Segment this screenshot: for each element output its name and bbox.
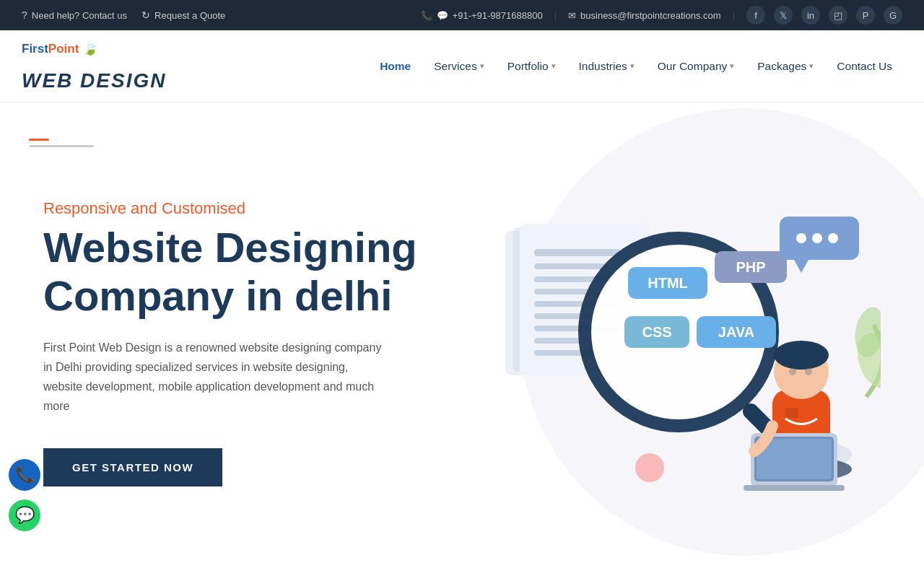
svg-point-33 [789, 368, 796, 375]
nav-portfolio[interactable]: Portfolio ▾ [497, 54, 566, 79]
svg-rect-4 [534, 263, 606, 269]
svg-point-25 [812, 233, 822, 243]
svg-text:CSS: CSS [642, 324, 671, 340]
logo-bottom-text: WEB DESIGN [22, 69, 166, 92]
help-link[interactable]: ? Need help? Contact us [22, 9, 127, 21]
get-started-button[interactable]: GET STARTED NOW [43, 448, 222, 486]
hero-content: Responsive and Customised Website Design… [43, 178, 417, 486]
header: FirstPoint 🍃 WEB DESIGN Home Services ▾ … [0, 30, 924, 102]
svg-rect-35 [785, 408, 798, 418]
chevron-down-icon: ▾ [480, 61, 484, 71]
svg-point-32 [774, 341, 829, 370]
hero-illustration: HTML PHP CSS JAVA [462, 144, 881, 520]
instagram-icon[interactable]: ◰ [829, 6, 847, 25]
email-address: business@firstpointcreations.com [580, 10, 721, 21]
chevron-down-icon: ▾ [809, 61, 814, 71]
svg-point-26 [828, 233, 838, 243]
svg-point-34 [805, 368, 812, 375]
svg-text:PHP: PHP [736, 259, 765, 275]
social-icons: f 𝕏 in ◰ P G [746, 6, 902, 25]
twitter-icon[interactable]: 𝕏 [774, 6, 793, 25]
hero-svg: HTML PHP CSS JAVA [462, 144, 881, 520]
nav-packages[interactable]: Packages ▾ [747, 54, 824, 79]
main-nav: Home Services ▾ Portfolio ▾ Industries ▾… [370, 54, 902, 79]
svg-rect-3 [534, 249, 621, 256]
phone-icon: 📞 [421, 10, 432, 21]
svg-point-41 [851, 305, 881, 359]
logo[interactable]: FirstPoint 🍃 WEB DESIGN [22, 40, 166, 92]
phone-icon: 📞 [15, 466, 35, 484]
svg-text:JAVA: JAVA [718, 324, 754, 340]
email-icon: ✉ [568, 10, 576, 21]
float-whatsapp-button[interactable]: 💬 [9, 499, 40, 531]
svg-text:HTML: HTML [648, 275, 688, 291]
topbar: ? Need help? Contact us ↻ Request a Quot… [0, 0, 924, 30]
nav-contact-us[interactable]: Contact Us [827, 54, 902, 79]
chevron-down-icon: ▾ [730, 61, 734, 71]
divider: | [554, 10, 557, 21]
whatsapp-icon: 💬 [15, 506, 35, 525]
whatsapp-icon: 💬 [437, 10, 448, 21]
hero-section: Responsive and Customised Website Design… [0, 102, 924, 562]
divider2: | [733, 10, 735, 21]
phone-number: +91-+91-9871688800 [453, 10, 543, 21]
logo-top-text: FirstPoint 🍃 [22, 40, 166, 56]
nav-our-company[interactable]: Our Company ▾ [648, 54, 744, 79]
google-icon[interactable]: G [884, 6, 902, 25]
chevron-down-icon: ▾ [552, 61, 556, 71]
hero-decorative-lines [29, 139, 94, 147]
nav-services[interactable]: Services ▾ [424, 54, 494, 79]
topbar-left: ? Need help? Contact us ↻ Request a Quot… [22, 9, 225, 21]
hero-description: First Point Web Design is a renowned web… [43, 338, 390, 416]
phone-link[interactable]: 📞 💬 +91-+91-9871688800 [421, 10, 543, 21]
help-text: Need help? Contact us [32, 10, 127, 21]
svg-point-24 [796, 233, 806, 243]
chevron-down-icon: ▾ [630, 61, 635, 71]
linkedin-icon[interactable]: in [801, 6, 820, 25]
nav-industries[interactable]: Industries ▾ [569, 54, 645, 79]
hero-title: Website Designing Company in delhi [43, 224, 417, 320]
float-phone-button[interactable]: 📞 [9, 459, 40, 491]
refresh-icon: ↻ [141, 9, 150, 21]
gray-line [29, 145, 94, 147]
quote-link[interactable]: ↻ Request a Quote [141, 9, 225, 21]
help-icon: ? [22, 9, 27, 21]
svg-marker-23 [794, 260, 808, 273]
orange-line [29, 139, 49, 141]
facebook-icon[interactable]: f [746, 6, 765, 25]
leaf-icon: 🍃 [82, 41, 98, 56]
topbar-right: 📞 💬 +91-+91-9871688800 | ✉ business@firs… [421, 6, 902, 25]
quote-text: Request a Quote [154, 10, 225, 21]
nav-home[interactable]: Home [370, 54, 421, 79]
hero-subtitle: Responsive and Customised [43, 199, 417, 218]
svg-rect-39 [744, 485, 845, 491]
email-link[interactable]: ✉ business@firstpointcreations.com [568, 10, 721, 21]
pinterest-icon[interactable]: P [856, 6, 875, 25]
